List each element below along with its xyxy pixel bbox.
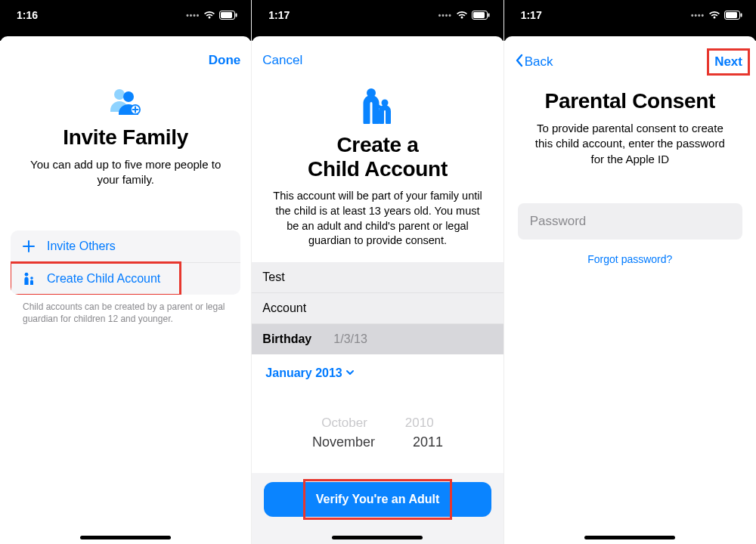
page-subtitle: This account will be part of your family… (262, 189, 492, 248)
password-placeholder: Password (530, 214, 587, 228)
plus-icon (21, 240, 36, 252)
wheel-month: November (312, 432, 375, 453)
first-name-field[interactable]: Test (252, 262, 503, 293)
status-bar: 1:16 •••• (0, 0, 251, 30)
chevron-down-icon (345, 366, 355, 380)
sheet-grabber (504, 30, 756, 41)
chevron-left-icon (515, 54, 523, 71)
next-button[interactable]: Next (711, 53, 745, 71)
wifi-icon (708, 11, 720, 20)
svg-point-4 (123, 91, 134, 102)
password-field[interactable]: Password (518, 203, 742, 240)
month-year-picker[interactable]: January 2013 (262, 354, 492, 383)
birthday-value: 1/3/13 (333, 332, 367, 346)
svg-point-3 (114, 89, 125, 100)
action-list: Invite Others Create Child Account (11, 230, 240, 295)
month-year-label: January 2013 (265, 366, 342, 380)
sheet-grabber (252, 30, 503, 41)
parent-child-icon (21, 272, 36, 286)
birthday-label: Birthday (262, 332, 318, 346)
create-child-account-label: Create Child Account (47, 272, 160, 286)
svg-rect-1 (221, 12, 232, 18)
status-bar: 1:17 •••• (504, 0, 756, 30)
back-button[interactable]: Back (515, 54, 553, 71)
forgot-password-link[interactable]: Forgot password? (515, 253, 745, 265)
back-label: Back (525, 54, 553, 70)
name-birthday-form: Test Account Birthday 1/3/13 (252, 262, 503, 354)
home-indicator[interactable] (584, 536, 675, 539)
cancel-button[interactable]: Cancel (262, 53, 302, 68)
signal-dots-icon: •••• (186, 11, 200, 20)
nav-row: Done (0, 41, 251, 73)
date-wheel[interactable]: October 2010 November 2011 (262, 413, 492, 453)
battery-icon (472, 11, 490, 20)
title-line2: Child Account (308, 157, 448, 181)
wheel-year: 2011 (413, 432, 443, 453)
svg-point-8 (30, 277, 33, 280)
battery-icon (724, 11, 742, 20)
home-indicator[interactable] (332, 536, 423, 539)
status-right: •••• (691, 11, 742, 20)
nav-row: Back Next (504, 41, 756, 76)
footnote: Child accounts can be created by a paren… (11, 295, 240, 325)
wheel-prev-month: October (321, 413, 367, 433)
status-right: •••• (438, 11, 490, 20)
page-title: Create a Child Account (262, 133, 492, 181)
nav-row: Cancel (252, 41, 503, 73)
create-child-account-row[interactable]: Create Child Account (11, 262, 240, 295)
svg-rect-11 (488, 14, 489, 17)
page-title: Invite Family (11, 125, 240, 150)
page-subtitle: You can add up to five more people to yo… (11, 157, 240, 188)
wifi-icon (456, 11, 468, 20)
wifi-icon (203, 11, 215, 20)
status-bar: 1:17 •••• (252, 0, 503, 30)
signal-dots-icon: •••• (691, 11, 705, 20)
page-subtitle: To provide parental consent to create th… (515, 121, 745, 167)
parent-child-hero-icon (262, 88, 492, 124)
phone-invite-family: 1:16 •••• Done (0, 0, 252, 544)
verify-adult-button[interactable]: Verify You're an Adult (264, 482, 491, 517)
invite-others-row[interactable]: Invite Others (11, 230, 240, 262)
birthday-field[interactable]: Birthday 1/3/13 (252, 324, 503, 354)
svg-rect-10 (473, 12, 485, 18)
invite-others-label: Invite Others (47, 240, 116, 253)
family-icon (11, 88, 240, 116)
sheet-grabber (0, 30, 251, 41)
first-name-value: Test (262, 270, 284, 284)
status-time: 1:17 (521, 9, 542, 21)
last-name-field[interactable]: Account (252, 293, 503, 324)
status-time: 1:16 (17, 9, 38, 21)
battery-icon (219, 11, 237, 20)
svg-rect-15 (726, 12, 737, 18)
status-time: 1:17 (268, 9, 290, 21)
phone-parental-consent: 1:17 •••• Back Next (504, 0, 756, 544)
svg-rect-16 (740, 14, 742, 17)
done-button[interactable]: Done (209, 53, 241, 68)
last-name-value: Account (262, 301, 306, 315)
verify-adult-label: Verify You're an Adult (316, 493, 440, 505)
signal-dots-icon: •••• (438, 11, 452, 20)
status-right: •••• (186, 11, 237, 20)
title-line1: Create a (336, 133, 418, 156)
next-label: Next (714, 54, 742, 69)
bottom-action-bar: Verify You're an Adult (252, 473, 503, 544)
svg-point-7 (25, 272, 29, 276)
phone-create-child: 1:17 •••• Cancel (252, 0, 503, 544)
home-indicator[interactable] (80, 536, 171, 539)
page-title: Parental Consent (515, 89, 745, 113)
svg-rect-2 (236, 14, 237, 17)
wheel-prev-year: 2010 (405, 413, 434, 433)
